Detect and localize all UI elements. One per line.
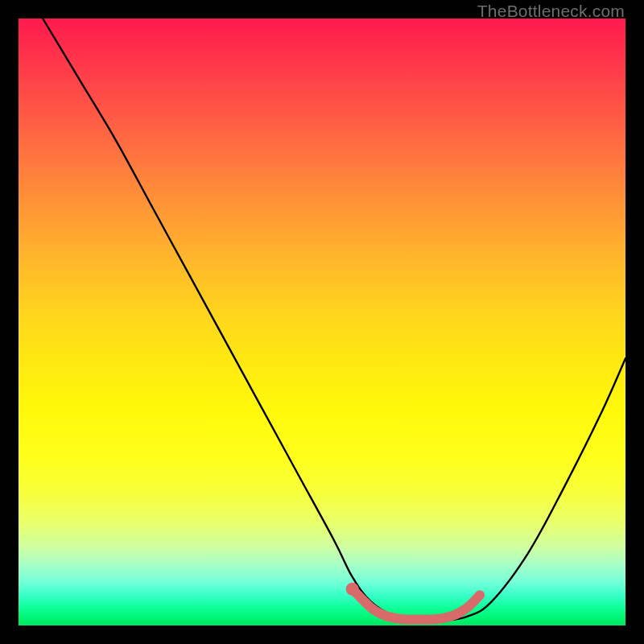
recommended-range-highlight <box>353 589 480 620</box>
curve-layer <box>19 19 625 625</box>
chart-frame: TheBottleneck.com <box>0 0 644 644</box>
bottleneck-curve <box>43 19 625 621</box>
recommended-range-dot <box>346 583 359 596</box>
plot-area <box>19 19 625 625</box>
